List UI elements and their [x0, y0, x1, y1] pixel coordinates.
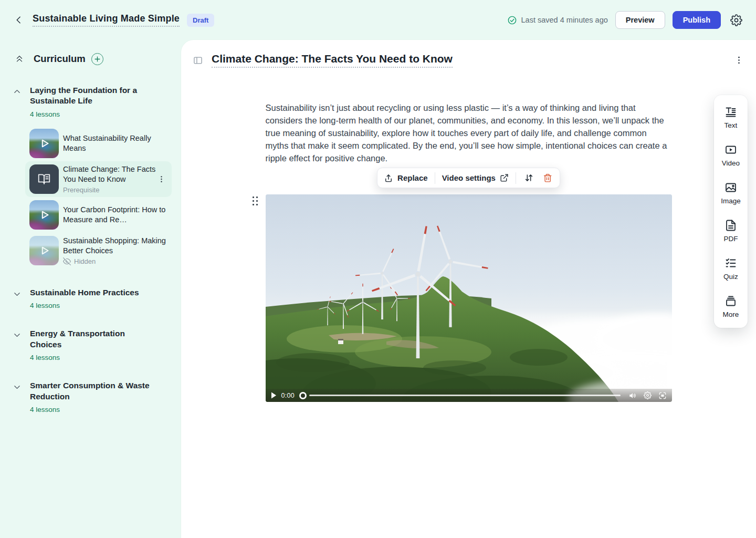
- publish-button[interactable]: Publish: [673, 11, 721, 29]
- scrubber-handle[interactable]: [299, 392, 307, 399]
- lesson-prerequisite-badge: Prerequisite: [63, 186, 167, 194]
- lesson-header: Climate Change: The Facts You Need to Kn…: [181, 40, 756, 68]
- lesson-video-thumbnail: [29, 236, 59, 265]
- image-icon: [724, 181, 737, 194]
- play-button[interactable]: [271, 392, 277, 399]
- chevron-up-icon: [13, 87, 22, 96]
- add-section-button[interactable]: [91, 53, 103, 65]
- more-blocks-button[interactable]: More: [723, 295, 739, 318]
- replace-video-button[interactable]: Replace: [384, 173, 428, 183]
- fullscreen-button[interactable]: [658, 391, 667, 400]
- play-icon: [29, 200, 59, 230]
- insert-text-button[interactable]: Text: [724, 106, 738, 129]
- lesson-item-carbon-footprint[interactable]: Your Carbon Footprint: How to Measure an…: [25, 197, 172, 233]
- curriculum-title: Curriculum: [34, 53, 86, 65]
- move-block-button[interactable]: [523, 172, 535, 184]
- video-icon: [724, 143, 737, 156]
- section-lesson-count: 4 lessons: [30, 354, 151, 361]
- palette-label: Video: [722, 159, 740, 167]
- lesson-options-button[interactable]: [733, 55, 744, 66]
- section-toggle[interactable]: Laying the Foundation for a Sustainable …: [13, 85, 169, 118]
- player-settings-button[interactable]: [644, 391, 652, 399]
- video-block: 0:00: [266, 194, 672, 402]
- insert-image-button[interactable]: Image: [721, 181, 741, 205]
- kebab-icon: [158, 175, 165, 183]
- lesson-page-title[interactable]: Climate Change: The Facts You Need to Kn…: [212, 53, 453, 68]
- section-toggle[interactable]: Energy & Transportation Choices 4 lesson…: [13, 328, 169, 361]
- header-actions: Last saved 4 minutes ago Preview Publish: [507, 11, 744, 29]
- delete-block-button[interactable]: [542, 172, 553, 184]
- eye-off-icon: [63, 257, 71, 265]
- chevron-down-icon: [13, 289, 22, 298]
- insert-pdf-button[interactable]: PDF: [724, 219, 738, 243]
- section-toggle[interactable]: Sustainable Home Practices 4 lessons: [13, 287, 169, 309]
- collapse-all-button[interactable]: [13, 52, 26, 66]
- chevron-down-icon: [13, 382, 22, 391]
- video-thumbnail-scene: [266, 194, 672, 402]
- text-icon: [724, 106, 737, 118]
- video-settings-button[interactable]: Video settings: [442, 173, 509, 182]
- palette-label: Text: [724, 121, 738, 129]
- play-icon: [271, 392, 277, 399]
- lesson-intro-paragraph[interactable]: Sustainability isn’t just about recyclin…: [266, 101, 672, 164]
- curriculum-section: Energy & Transportation Choices 4 lesson…: [0, 328, 181, 361]
- app-header: Sustainable Living Made Simple Draft Las…: [0, 0, 756, 40]
- more-icon: [724, 295, 737, 307]
- lesson-item-climate-change[interactable]: Climate Change: The Facts You Need to Kn…: [25, 161, 172, 197]
- lesson-editor-panel: Climate Change: The Facts You Need to Kn…: [181, 40, 756, 538]
- settings-button[interactable]: [728, 12, 744, 28]
- trash-icon: [543, 173, 552, 183]
- lesson-content: Sustainability isn’t just about recyclin…: [266, 101, 672, 402]
- lesson-title: What Sustainability Really Means: [63, 133, 167, 153]
- toolbar-divider: [435, 172, 435, 184]
- book-open-icon: [37, 172, 51, 186]
- fullscreen-icon: [658, 391, 667, 400]
- plus-icon: [94, 56, 101, 63]
- course-title[interactable]: Sustainable Living Made Simple: [33, 13, 180, 27]
- video-settings-label: Video settings: [442, 173, 496, 182]
- lesson-item-sustainable-shopping[interactable]: Sustainable Shopping: Making Better Choi…: [25, 233, 172, 268]
- insert-block-palette: Text Video Image PDF Quiz More: [714, 95, 748, 328]
- back-button[interactable]: [12, 13, 26, 27]
- lesson-menu-button[interactable]: [156, 174, 166, 184]
- section-lesson-count: 4 lessons: [30, 110, 151, 118]
- lesson-title: Sustainable Shopping: Making Better Choi…: [63, 236, 167, 256]
- curriculum-section: Laying the Foundation for a Sustainable …: [0, 85, 181, 268]
- section-toggle[interactable]: Smarter Consumption & Waste Reduction 4 …: [13, 380, 169, 413]
- kebab-icon: [734, 56, 743, 65]
- section-title: Smarter Consumption & Waste Reduction: [30, 380, 151, 402]
- section-lesson-count: 4 lessons: [30, 406, 151, 413]
- progress-track[interactable]: [309, 395, 620, 396]
- quiz-icon: [724, 257, 737, 270]
- lesson-list: What Sustainability Really Means Climate…: [13, 126, 169, 268]
- video-block-toolbar: Replace Video settings: [377, 168, 560, 188]
- insert-quiz-button[interactable]: Quiz: [723, 257, 738, 281]
- chevron-down-icon: [13, 330, 22, 339]
- lesson-title: Your Carbon Footprint: How to Measure an…: [63, 205, 167, 225]
- lesson-video-thumbnail: [29, 129, 59, 158]
- volume-button[interactable]: [628, 391, 637, 400]
- toggle-sidebar-button[interactable]: [191, 53, 205, 68]
- lesson-video-thumbnail: [29, 200, 59, 230]
- double-chevron-up-icon: [15, 54, 24, 64]
- curriculum-section: Smarter Consumption & Waste Reduction 4 …: [0, 380, 181, 413]
- section-title: Sustainable Home Practices: [30, 287, 139, 298]
- play-icon: [29, 129, 59, 158]
- gear-icon: [644, 391, 652, 399]
- preview-button[interactable]: Preview: [615, 11, 665, 29]
- sort-arrows-icon: [524, 173, 534, 183]
- palette-label: Image: [721, 197, 741, 205]
- external-link-icon: [500, 173, 509, 182]
- volume-icon: [628, 391, 637, 400]
- lesson-item-what-sustainability[interactable]: What Sustainability Really Means: [25, 126, 172, 161]
- toolbar-divider: [516, 172, 516, 184]
- drag-handle[interactable]: [253, 196, 259, 205]
- video-controls-bar: 0:00: [266, 389, 672, 402]
- upload-icon: [384, 173, 393, 183]
- palette-label: More: [723, 311, 739, 318]
- video-player[interactable]: 0:00: [266, 194, 672, 402]
- insert-video-button[interactable]: Video: [722, 143, 740, 167]
- last-saved-text: Last saved 4 minutes ago: [521, 16, 608, 24]
- lesson-hidden-label: Hidden: [74, 257, 96, 265]
- pdf-icon: [724, 219, 737, 232]
